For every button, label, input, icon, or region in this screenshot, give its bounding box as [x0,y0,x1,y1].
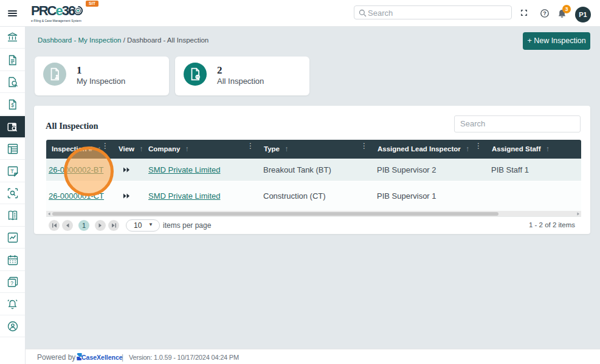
svg-text:$: $ [11,102,14,108]
svg-text:?: ? [10,280,13,286]
svg-text:?: ? [543,10,547,16]
svg-text:T: T [10,168,14,174]
